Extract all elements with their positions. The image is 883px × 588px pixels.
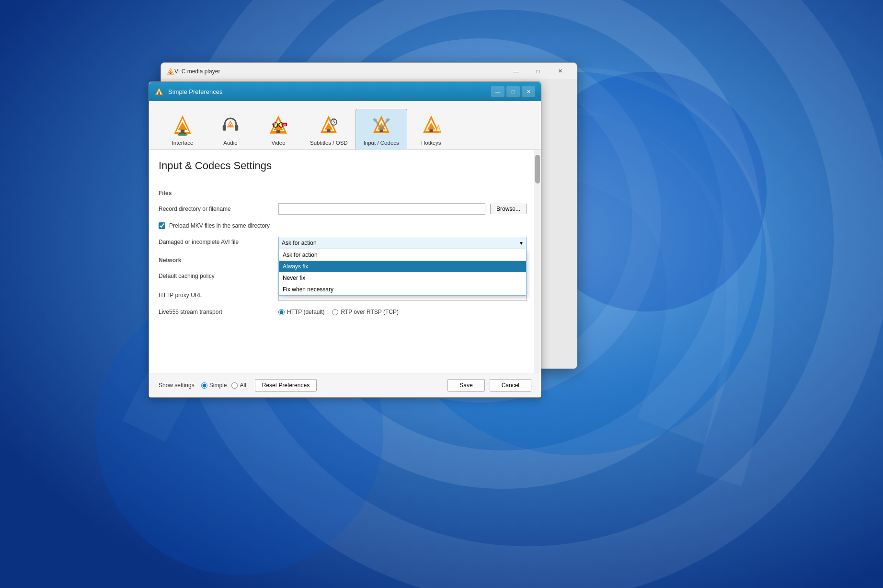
outer-maximize-button[interactable]: □: [527, 64, 549, 79]
svg-point-21: [177, 134, 188, 136]
outer-titlebar: VLC media player — □ ✕: [161, 63, 577, 80]
all-label: All: [240, 382, 246, 389]
outer-titlebar-controls: — □ ✕: [505, 64, 571, 79]
page-title: Input & Codecs Settings: [159, 160, 527, 172]
vlc-icon-small: [167, 68, 174, 75]
svg-rect-15: [158, 93, 160, 94]
scrollbar[interactable]: [534, 150, 541, 373]
live555-http-item: HTTP (default): [278, 309, 324, 315]
tab-subtitles[interactable]: Subtitles / OSD: [302, 109, 355, 150]
tab-subtitles-label: Subtitles / OSD: [310, 140, 348, 146]
tabs-navigation: Interface Audio: [149, 101, 541, 150]
cancel-button[interactable]: Cancel: [490, 379, 531, 392]
avi-dropdown-field[interactable]: Ask for action ▼: [278, 237, 527, 249]
tab-video-label: Video: [271, 140, 285, 146]
outer-close-button[interactable]: ✕: [549, 64, 571, 79]
tab-hotkeys-label: Hotkeys: [421, 140, 441, 146]
reset-preferences-button[interactable]: Reset Preferences: [255, 379, 317, 392]
bottom-bar: Show settings Simple All Reset Preferenc…: [149, 373, 541, 397]
show-settings-label: Show settings: [159, 382, 195, 389]
avi-option-ask[interactable]: Ask for action: [279, 249, 526, 261]
simple-radio[interactable]: [201, 382, 207, 389]
dropdown-arrow-icon: ▼: [519, 241, 524, 246]
damaged-avi-row: Damaged or incomplete AVI file Ask for a…: [159, 237, 527, 249]
live555-radio-group: HTTP (default) RTP over RTSP (TCP): [278, 309, 399, 315]
divider: [159, 180, 527, 180]
http-proxy-label: HTTP proxy URL: [159, 292, 274, 299]
svg-rect-19: [181, 129, 184, 133]
avi-option-always-fix[interactable]: Always fix: [279, 261, 526, 272]
record-dir-input[interactable]: [278, 203, 485, 215]
simple-label: Simple: [209, 382, 227, 389]
svg-line-34: [272, 124, 273, 124]
live555-label: Live555 stream transport: [159, 309, 274, 315]
prefs-close-button[interactable]: ✕: [522, 86, 535, 97]
tab-video[interactable]: vlc Video: [254, 109, 302, 150]
interface-icon: [171, 114, 194, 137]
caching-policy-label: Default caching policy: [159, 273, 274, 279]
all-radio-item: All: [231, 382, 246, 389]
live555-http-label: HTTP (default): [287, 309, 324, 315]
svg-rect-55: [429, 129, 433, 132]
tab-interface[interactable]: Interface: [159, 109, 206, 150]
prefs-minimize-button[interactable]: —: [491, 86, 505, 97]
audio-icon: [219, 114, 242, 137]
svg-rect-11: [170, 72, 171, 74]
prefs-maximize-button[interactable]: □: [506, 86, 520, 97]
live555-rtp-item: RTP over RTSP (TCP): [332, 309, 398, 315]
preload-mkv-label: Preload MKV files in the same directory: [169, 222, 270, 229]
avi-dropdown-list: Ask for action Always fix Never fix Fix …: [278, 249, 527, 296]
avi-dropdown-value: Ask for action: [282, 240, 317, 246]
svg-rect-30: [276, 130, 280, 133]
avi-option-fix-when[interactable]: Fix when necessary: [279, 284, 526, 295]
damaged-avi-label: Damaged or incomplete AVI file: [159, 237, 274, 245]
outer-minimize-button[interactable]: —: [505, 64, 527, 79]
video-icon: vlc: [267, 114, 290, 137]
simple-radio-item: Simple: [201, 382, 227, 389]
prefs-titlebar: Simple Preferences — □ ✕: [149, 82, 541, 101]
record-dir-label: Record directory or filename: [159, 206, 274, 212]
live555-rtp-radio[interactable]: [332, 309, 338, 315]
outer-window-title: VLC media player: [174, 68, 505, 75]
record-dir-row: Record directory or filename Browse...: [159, 203, 527, 215]
input-codecs-icon: [370, 114, 393, 137]
svg-rect-22: [223, 125, 226, 131]
avi-option-never-fix[interactable]: Never fix: [279, 272, 526, 284]
tab-audio-label: Audio: [223, 140, 237, 146]
preload-mkv-checkbox[interactable]: [159, 222, 165, 229]
vlc-icon-prefs: [155, 87, 163, 96]
subtitles-icon: [317, 114, 340, 137]
all-radio[interactable]: [231, 382, 238, 389]
scrollbar-thumb[interactable]: [535, 155, 540, 184]
tab-input-label: Input / Codecs: [364, 140, 399, 146]
live555-rtp-label: RTP over RTSP (TCP): [341, 309, 398, 315]
preload-mkv-row: Preload MKV files in the same directory: [159, 222, 527, 229]
live555-http-radio[interactable]: [278, 309, 285, 315]
svg-rect-23: [235, 125, 238, 131]
browse-button[interactable]: Browse...: [490, 204, 527, 214]
tab-hotkeys[interactable]: Hotkeys: [407, 109, 455, 150]
avi-dropdown: Ask for action ▼ Ask for action Always f…: [278, 237, 527, 249]
scroll-container: Input & Codecs Settings Files Record dir…: [149, 150, 541, 373]
prefs-window: Simple Preferences — □ ✕ Interface: [149, 81, 541, 398]
save-button[interactable]: Save: [447, 379, 484, 392]
svg-text:vlc: vlc: [283, 124, 286, 126]
live555-row: Live555 stream transport HTTP (default) …: [159, 309, 527, 315]
hotkeys-icon: [420, 114, 443, 137]
svg-rect-41: [327, 129, 331, 132]
files-section-label: Files: [159, 190, 527, 196]
prefs-titlebar-controls: — □ ✕: [491, 86, 535, 97]
tab-interface-label: Interface: [172, 140, 194, 146]
content-area: Input & Codecs Settings Files Record dir…: [149, 150, 541, 373]
tab-audio[interactable]: Audio: [206, 109, 254, 150]
tab-input[interactable]: Input / Codecs: [355, 109, 407, 150]
prefs-window-title: Simple Preferences: [168, 88, 491, 95]
